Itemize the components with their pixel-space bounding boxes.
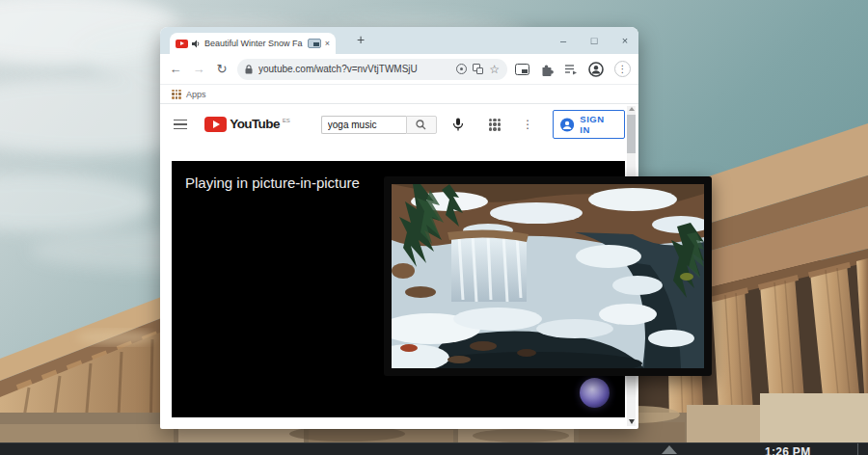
back-button[interactable]: ← bbox=[168, 62, 183, 76]
browser-titlebar[interactable]: Beautiful Winter Snow Fa × + – □ × bbox=[160, 27, 638, 54]
tray-chevron-up-icon[interactable] bbox=[662, 445, 677, 454]
bookmark-star-icon[interactable]: ☆ bbox=[489, 64, 500, 75]
window-maximize-button[interactable]: □ bbox=[588, 35, 600, 46]
youtube-apps-grid-icon[interactable] bbox=[489, 119, 501, 131]
youtube-favicon-icon bbox=[176, 40, 188, 48]
apps-label[interactable]: Apps bbox=[186, 90, 206, 99]
desktop: Beautiful Winter Snow Fa × + – □ × ← → ↻… bbox=[0, 0, 868, 455]
search-input[interactable] bbox=[321, 116, 406, 134]
url-text[interactable]: youtube.com/watch?v=nvVtjTWMSjU bbox=[258, 64, 450, 74]
browser-menu-button[interactable]: ⋮ bbox=[614, 61, 631, 77]
hamburger-menu-icon[interactable] bbox=[174, 120, 187, 130]
profile-avatar-icon[interactable] bbox=[588, 62, 604, 77]
taskbar[interactable]: 1:26 PM bbox=[0, 442, 868, 455]
voice-search-mic-icon[interactable] bbox=[452, 118, 464, 132]
reading-list-icon[interactable] bbox=[564, 64, 578, 75]
moon-thumbnail bbox=[580, 378, 610, 408]
new-tab-button[interactable]: + bbox=[351, 32, 370, 47]
youtube-header: YouTube ES ⋮ SIGN IN bbox=[160, 104, 638, 145]
scroll-up-icon[interactable] bbox=[629, 107, 635, 111]
scroll-down-icon[interactable] bbox=[629, 419, 635, 424]
translate-icon[interactable] bbox=[473, 64, 483, 74]
search-button[interactable] bbox=[406, 116, 437, 134]
tab-pip-indicator-icon bbox=[308, 39, 321, 48]
pip-status-text: Playing in picture-in-picture bbox=[185, 174, 360, 191]
secure-lock-icon bbox=[245, 65, 253, 74]
scrollbar-thumb[interactable] bbox=[627, 115, 636, 153]
pip-window[interactable] bbox=[384, 176, 712, 376]
sign-in-person-icon bbox=[560, 118, 574, 132]
tab-close-button[interactable]: × bbox=[325, 40, 330, 48]
tab-title: Beautiful Winter Snow Fa bbox=[204, 39, 304, 48]
bookmarks-bar: Apps bbox=[160, 85, 638, 104]
extensions-puzzle-icon[interactable] bbox=[540, 63, 554, 76]
sign-in-label: SIGN IN bbox=[580, 114, 615, 135]
reload-button[interactable]: ↻ bbox=[214, 62, 230, 76]
apps-grid-icon[interactable] bbox=[172, 90, 181, 99]
send-to-device-icon[interactable] bbox=[456, 64, 467, 74]
sign-in-button[interactable]: SIGN IN bbox=[553, 110, 625, 139]
pip-extension-icon[interactable] bbox=[515, 64, 529, 75]
taskbar-clock[interactable]: 1:26 PM bbox=[765, 445, 810, 455]
browser-tab[interactable]: Beautiful Winter Snow Fa × bbox=[170, 33, 336, 54]
youtube-region-code: ES bbox=[283, 118, 290, 123]
forward-button[interactable]: → bbox=[191, 62, 206, 76]
pip-video-content bbox=[392, 184, 704, 368]
tab-audio-icon bbox=[192, 40, 201, 48]
show-desktop-divider[interactable] bbox=[857, 443, 858, 455]
browser-toolbar: ← → ↻ youtube.com/watch?v=nvVtjTWMSjU ☆ bbox=[160, 54, 638, 85]
window-close-button[interactable]: × bbox=[619, 35, 631, 46]
youtube-menu-button[interactable]: ⋮ bbox=[522, 118, 533, 131]
window-minimize-button[interactable]: – bbox=[557, 35, 569, 46]
youtube-logo[interactable]: YouTube ES bbox=[204, 117, 290, 132]
address-bar[interactable]: youtube.com/watch?v=nvVtjTWMSjU ☆ bbox=[237, 59, 507, 80]
youtube-logo-text: YouTube bbox=[230, 117, 280, 132]
youtube-play-icon bbox=[204, 117, 227, 132]
